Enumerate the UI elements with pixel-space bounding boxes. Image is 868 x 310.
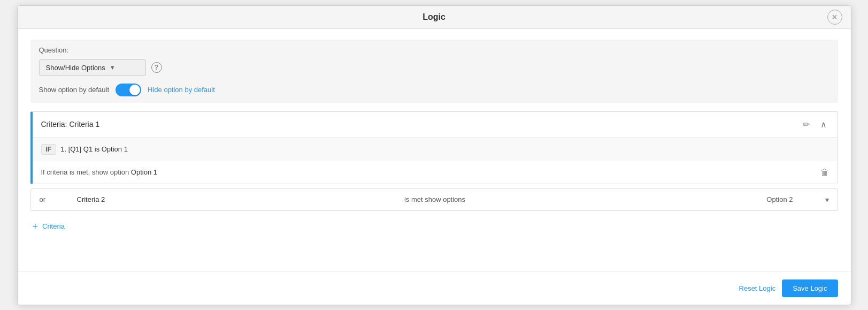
chevron-down-icon[interactable]: ▾ (825, 195, 829, 204)
add-criteria-button[interactable]: + (33, 222, 39, 231)
show-option-label: Show option by default (39, 86, 110, 94)
add-criteria-label[interactable]: Criteria (42, 222, 65, 230)
modal-title: Logic (423, 12, 445, 21)
showhide-dropdown[interactable]: Show/Hide Options ▼ (39, 59, 146, 76)
question-section: Question: Show/Hide Options ▼ ? Show opt… (30, 40, 838, 103)
action-option: Option 1 (131, 168, 157, 176)
criteria-title-1: Criteria: Criteria 1 (41, 120, 100, 128)
if-badge: IF (41, 144, 57, 155)
dropdown-row: Show/Hide Options ▼ ? (39, 59, 829, 76)
criteria-if-row: IF 1. [Q1] Q1 is Option 1 (33, 138, 838, 161)
edit-criteria-button[interactable]: ✏ (801, 118, 812, 131)
modal-body: Question: Show/Hide Options ▼ ? Show opt… (18, 29, 851, 271)
criteria-action-row: If criteria is met, show option Option 1… (33, 161, 838, 184)
criteria-header-1: Criteria: Criteria 1 ✏ ∧ (33, 112, 838, 138)
hide-option-link[interactable]: Hide option by default (148, 86, 215, 94)
criteria-actions-1: ✏ ∧ (801, 118, 829, 131)
close-button[interactable]: × (827, 10, 842, 25)
modal-header: Logic × (18, 6, 851, 29)
modal-footer: Reset Logic Save Logic (18, 271, 851, 305)
add-criteria-row[interactable]: + Criteria (30, 217, 838, 236)
or-row[interactable]: or Criteria 2 is met show options Option… (30, 188, 838, 211)
dropdown-value: Show/Hide Options (46, 64, 105, 72)
criteria-action-text: If criteria is met, show option Option 1 (41, 168, 158, 176)
help-icon[interactable]: ? (151, 62, 162, 73)
reset-logic-button[interactable]: Reset Logic (739, 284, 776, 292)
toggle-row: Show option by default Hide option by de… (39, 84, 829, 96)
criteria-2-label: Criteria 2 (77, 195, 302, 203)
is-met-label: is met show options (322, 195, 547, 203)
delete-criteria-button[interactable]: 🗑 (820, 168, 829, 177)
save-logic-button[interactable]: Save Logic (782, 279, 838, 297)
dropdown-arrow-icon: ▼ (110, 64, 116, 71)
option-2-label: Option 2 (569, 195, 804, 203)
question-label: Question: (39, 46, 829, 54)
logic-modal: Logic × Question: Show/Hide Options ▼ ? … (17, 5, 851, 305)
toggle-thumb (129, 85, 140, 95)
criteria-block-1: Criteria: Criteria 1 ✏ ∧ IF 1. [Q1] Q1 i… (30, 111, 838, 184)
or-label: or (40, 195, 56, 203)
criteria-if-text: 1. [Q1] Q1 is Option 1 (60, 145, 128, 153)
toggle-switch[interactable] (116, 84, 141, 96)
collapse-criteria-button[interactable]: ∧ (818, 118, 829, 131)
